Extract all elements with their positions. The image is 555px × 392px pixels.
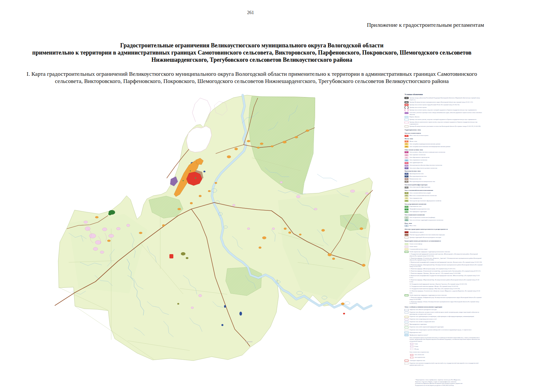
legend-label: Граница объекта капитального строительст… [409, 121, 482, 125]
legend-label: Иные зоны населенного пункта [409, 135, 482, 137]
legend-item: Сельскохозяйственные угодья [405, 248, 482, 250]
legend-swatch: Ж-2 [405, 146, 408, 148]
legend-item: Охранная зона трубопроводов (газопроводо… [405, 316, 482, 318]
legend-label: зона подтопления [414, 356, 425, 358]
legend-label-text: Зона образования и просвещения [409, 156, 482, 158]
restrictions-map [49, 92, 373, 363]
legend-list-entry: 12. Государственный памятник природы «Мы… [409, 288, 482, 290]
legend-swatch: Р-1 [405, 208, 408, 210]
ghost-boundary-1 [192, 98, 211, 122]
legend-section: Граница между субъектами Российской Феде… [405, 97, 482, 127]
legend-label: Границы Великоустюгского участкового лес… [409, 125, 482, 127]
legend-item: Особо охраняемые природные территории ме… [405, 294, 482, 304]
legend-swatch [405, 237, 408, 238]
legend-label: III пояс [414, 348, 419, 350]
legend-swatch: Р [405, 206, 408, 208]
legend-swatch [405, 294, 408, 296]
page-number: 261 [229, 10, 272, 15]
legend-item: Р-2Зона природных территорий [405, 211, 482, 213]
legend-swatch [405, 122, 408, 123]
legend-list-entry: 2. Памятник природы «Опоки» Великоустюгс… [409, 301, 482, 304]
legend-label: Прибрежная защитная полоса* [409, 334, 482, 336]
legend-label-text: Зона инженерной инфраструктуры [409, 186, 482, 188]
legend-label: Приаэродромная территория [409, 323, 482, 325]
legend-section: Производственные зоныППроизводственная з… [405, 170, 482, 183]
legend-item: СХЗона сельскохозяйственных угодий [405, 192, 482, 194]
legend-swatch [405, 234, 408, 236]
legend-item: Граница населенного пункта [405, 106, 482, 108]
legend-label: Особо охраняемые природные территории ре… [409, 251, 482, 294]
legend-section: Общественно-деловые зоныО-1Зона делового… [405, 149, 482, 169]
title-line-2: применительно к территории в администрат… [13, 49, 491, 56]
legend-section-header: Зоны с особыми условиями использования т… [405, 306, 482, 308]
legend-swatch: Ж [405, 140, 408, 142]
legend-section-header: Зона инженерной инфраструктуры [405, 184, 482, 186]
legend-item: О-7Зона иного общественно-делового назна… [405, 167, 482, 169]
legend-list-entry: 13. Памятник природы «Геологическое обна… [409, 290, 482, 294]
legend-label: Зона размещения объектов общественного н… [409, 164, 482, 166]
legend-footnote: * Водоохранные зоны и прибрежные защитны… [408, 379, 464, 386]
legend-label: Граница земельного участка, сведения о к… [409, 119, 482, 121]
legend-swatch [405, 116, 408, 118]
map-canvas [49, 92, 373, 363]
legend-label: Граница населенного пункта, сведения о к… [409, 109, 482, 111]
legend-item: РРекреационная зона [405, 205, 482, 207]
legend-swatch: П-1 [405, 175, 408, 177]
legend-label-text: Водные объекты [409, 116, 482, 118]
legend-label: Граница населенного пункта города Велики… [409, 104, 482, 106]
legend-label-text: Защитная зона объекта культурного наслед… [409, 309, 482, 311]
legend-swatch [405, 109, 408, 111]
legend-item: Граница населенного пункта города Велики… [405, 104, 482, 106]
legend-label: Водоохранная зона* [409, 332, 482, 334]
legend-swatch: ИЗ [405, 225, 408, 227]
legend-label-text: Граница объекта капитального строительст… [409, 121, 482, 125]
legend-swatch [405, 231, 408, 233]
legend-item: Охранная зона линий и сооружений связи [405, 321, 482, 323]
legend-item: Приаэродромная территория [405, 323, 482, 325]
legend-label: Зона природных территорий [409, 211, 482, 213]
legend-item: Границы территорий объектов культурного … [405, 237, 482, 238]
legend-label-text: Особо охраняемые природные территории ме… [409, 294, 482, 296]
legend-swatch [405, 337, 408, 339]
page-title: Градостроительные ограничения Великоустю… [13, 42, 491, 63]
legend-swatch [405, 101, 408, 103]
legend-swatch [405, 104, 408, 106]
legend-item: Зона санитарной охраны источников питьев… [405, 337, 482, 351]
legend-item: П-1Иная производственная зона [405, 175, 482, 177]
legend-item: Защитная зона объекта культурного наслед… [405, 309, 482, 311]
legend-label: Зона торгового назначения [409, 154, 482, 156]
legend-label-text: Граница земельного участка, сведения о к… [409, 119, 482, 121]
legend-swatch [405, 351, 408, 353]
legend-label: Водные объекты [409, 116, 482, 118]
appendix-note: Приложение к градостроительным регламент… [294, 22, 484, 28]
legend-label: Зоны затопления и подтопления:зона затоп… [409, 351, 482, 359]
legend-subitem: III пояс [410, 348, 482, 350]
legend-swatch: О-6 [405, 165, 408, 167]
legend-swatch: НП [405, 135, 408, 137]
legend-label-text: Особо охраняемые природные территории ре… [409, 251, 482, 253]
legend-swatch: О-1 [405, 151, 408, 153]
legend-label: Зона делового, общественного и коммерчес… [409, 151, 482, 153]
legend-item: О-1Зона делового, общественного и коммер… [405, 151, 482, 153]
legend-label-text: Иные зоны [409, 225, 482, 227]
legend-item: Граница населенного пункта, сведения о к… [405, 109, 482, 111]
legend-label: Сельскохозяйственные угодья [409, 248, 482, 250]
legend-item: Прибрежная защитная полоса* [405, 334, 482, 336]
legend-title: Условные обозначения [405, 93, 482, 96]
legend-item: СХ-1Иная зона сельскохозяйственного назн… [405, 195, 482, 197]
legend-label-text: Иная производственно-коммунальная зона [409, 181, 482, 183]
legend-label: Граница населенного пункта [409, 106, 482, 108]
legend-swatch: О-2 [405, 154, 408, 156]
legend-label-text: Коммунальная зона [409, 178, 482, 180]
legend-label: Граница между субъектами Российской Феде… [409, 97, 482, 101]
legend-swatch [405, 326, 408, 328]
red-east-patch [343, 313, 345, 315]
legend-item: Охранная зона пунктов государственной ге… [405, 362, 482, 366]
legend-section-header: Производственные зоны [405, 170, 482, 172]
legend-list-entry: 11. Государственный памятник природы «Ис… [409, 286, 482, 287]
legend-label: зона затопления [414, 354, 424, 356]
legend-swatch [405, 106, 408, 108]
legend-item: НПИные зоны населенного пункта [405, 135, 482, 137]
legend-label-text: Автомобильные дороги [409, 231, 482, 233]
legend-label: Зона здравоохранения [409, 162, 482, 164]
